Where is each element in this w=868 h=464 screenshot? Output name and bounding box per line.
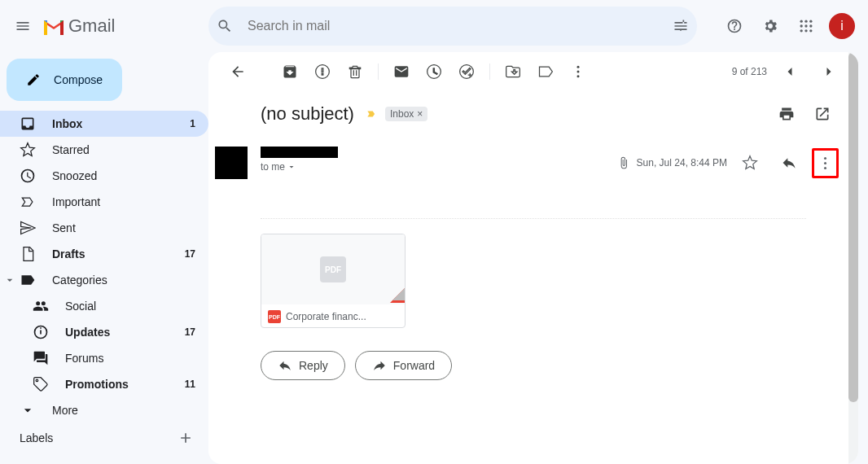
svg-point-0 [800,20,803,23]
reply-button[interactable]: Reply [261,351,345,380]
important-marker-icon[interactable] [364,108,379,120]
nav-label: Social [65,300,96,313]
forward-button[interactable]: Forward [355,351,452,380]
svg-point-2 [809,20,812,23]
main-menu-button[interactable] [7,10,39,42]
labels-button[interactable] [529,55,562,88]
snooze-button[interactable] [418,55,450,88]
back-button[interactable] [221,55,254,88]
compose-label: Compose [54,73,103,86]
more-message-actions-button[interactable] [816,152,835,174]
sidebar-item-starred[interactable]: Starred [0,137,208,163]
nav-count: 11 [185,379,195,390]
close-icon[interactable]: × [417,108,423,120]
draft-icon [20,246,36,262]
sidebar-item-updates[interactable]: Updates 17 [0,319,208,345]
message-actions: Reply Forward [208,351,858,380]
subject-row: (no subject) Inbox × [208,91,858,137]
message-position: 9 of 213 [732,66,767,77]
more-toolbar-button[interactable] [562,55,594,88]
support-icon[interactable] [718,10,751,42]
account-avatar[interactable]: i [829,13,855,39]
social-icon [33,298,49,314]
reply-icon-button[interactable] [773,147,805,179]
sender-avatar[interactable] [215,147,248,179]
svg-point-1 [804,20,807,23]
sidebar-item-categories[interactable]: Categories [0,267,208,293]
message-panel: 9 of 213 (no subject) Inbox × to me [208,52,858,464]
message-toolbar: 9 of 213 [208,52,858,91]
app-name: Gmail [68,15,115,37]
promo-icon [33,376,49,392]
move-button[interactable] [497,55,529,88]
clock-icon [20,168,36,184]
add-label-button[interactable] [176,428,195,448]
nav-label: Important [52,195,100,208]
forward-icon [372,358,387,373]
compose-button[interactable]: Compose [7,59,122,101]
nav-label: Categories [52,274,107,287]
nav-label: Inbox [52,117,82,130]
pencil-icon [26,72,41,88]
pdf-placeholder-icon: PDF [320,256,346,282]
print-button[interactable] [770,98,803,130]
search-input[interactable] [241,19,664,33]
chevron-down-icon [20,402,36,418]
chip-label: Inbox [390,108,414,120]
sidebar-item-snoozed[interactable]: Snoozed [0,163,208,189]
search-icon[interactable] [208,10,241,42]
search-bar[interactable] [208,7,697,46]
nav-count: 1 [190,118,195,129]
star-message-button[interactable] [734,147,766,179]
search-options-icon[interactable] [664,10,697,42]
nav-label: Promotions [65,378,129,391]
inbox-chip[interactable]: Inbox × [385,107,427,121]
svg-point-5 [809,24,812,27]
next-message-button[interactable] [813,55,845,88]
add-task-button[interactable] [450,55,483,88]
scrollbar[interactable] [848,52,858,464]
recipient-line[interactable]: to me [261,161,617,173]
sidebar-item-promotions[interactable]: Promotions 11 [0,371,208,397]
svg-point-6 [800,29,803,32]
delete-button[interactable] [339,55,371,88]
mark-unread-button[interactable] [385,55,418,88]
svg-point-9 [577,66,580,68]
subject-text: (no subject) [261,103,354,125]
attachment-filename: Corporate financ... [286,311,366,322]
nav-count: 17 [185,248,195,260]
svg-point-11 [577,75,580,77]
sidebar-item-sent[interactable]: Sent [0,215,208,241]
open-new-window-button[interactable] [806,98,839,130]
sidebar-item-forums[interactable]: Forums [0,345,208,371]
divider [261,218,806,219]
prev-message-button[interactable] [774,55,806,88]
forums-icon [33,350,49,366]
sidebar-item-more[interactable]: More [0,397,208,423]
inbox-icon [20,116,36,132]
gmail-logo[interactable]: Gmail [42,15,212,37]
archive-button[interactable] [274,55,306,88]
spam-button[interactable] [306,55,339,88]
reply-icon [278,358,292,373]
attachment-icon [617,156,630,169]
svg-point-4 [804,24,807,27]
apps-icon[interactable] [790,10,822,42]
settings-icon[interactable] [754,10,787,42]
sidebar-item-important[interactable]: Important [0,189,208,215]
sidebar-item-drafts[interactable]: Drafts 17 [0,241,208,267]
send-icon [20,220,36,236]
attachment-card[interactable]: PDF PDF Corporate financ... [261,234,406,328]
more-message-actions-highlight [812,148,839,178]
nav-label: Sent [52,221,76,234]
scrollbar-thumb[interactable] [848,52,858,402]
attachment-area: PDF PDF Corporate financ... [208,234,858,351]
nav-label: Forums [65,352,103,365]
sidebar-item-inbox[interactable]: Inbox 1 [0,111,208,137]
sidebar-item-social[interactable]: Social [0,293,208,319]
chevron-down-icon[interactable] [3,274,16,287]
svg-point-7 [804,29,807,32]
nav-label: Drafts [52,247,85,260]
nav-label: Snoozed [52,169,97,182]
attachment-preview: PDF [261,234,405,304]
